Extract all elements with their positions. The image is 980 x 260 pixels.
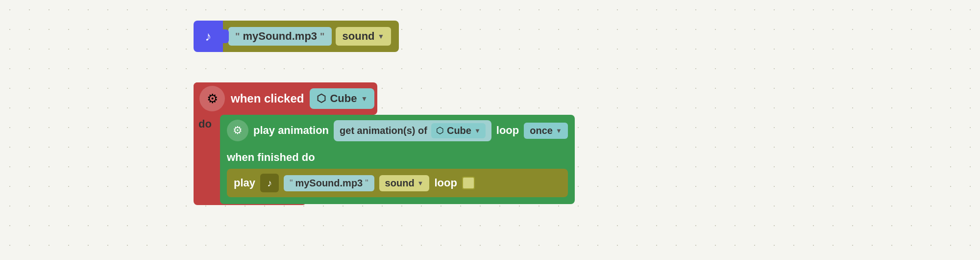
cube-label-anim: Cube: [447, 125, 471, 136]
when-clicked-label: when clicked: [231, 92, 304, 105]
cube-anim-arrow: ▼: [474, 127, 481, 134]
loop-checkbox[interactable]: [462, 177, 475, 189]
play-animation-row: ⚙ play animation get animation(s) of ⬡ C…: [220, 115, 575, 146]
play-anim-gear-icon: ⚙: [233, 124, 243, 137]
sound-dropdown-arrow-bottom: ▼: [417, 180, 424, 187]
play-label: play: [234, 177, 255, 189]
sound-dropdown-arrow: ▼: [378, 32, 385, 40]
green-do-block: ⚙ play animation get animation(s) of ⬡ C…: [220, 115, 575, 204]
loop-label: loop: [496, 124, 519, 137]
when-finished-row: when finished do play ♪ " mySound.mp3 " …: [220, 146, 575, 204]
when-finished-label: when finished do: [227, 151, 568, 164]
music-note-icon-top: ♪: [205, 29, 212, 44]
quote-open-bottom: ": [290, 178, 293, 188]
top-sound-block: " mySound.mp3 " sound ▼: [220, 21, 399, 52]
once-label: once: [530, 125, 553, 136]
sound-filename-block[interactable]: " mySound.mp3 ": [228, 27, 332, 46]
once-arrow: ▼: [556, 127, 562, 134]
cube-label-top: Cube: [330, 92, 357, 105]
sound-label-bottom: sound: [385, 178, 415, 189]
loop-label-bottom: loop: [434, 177, 457, 189]
when-clicked-block[interactable]: ⚙ when clicked ⬡ Cube ▼: [194, 82, 377, 115]
cube-dropdown-arrow-top: ▼: [361, 95, 368, 103]
play-sound-block[interactable]: play ♪ " mySound.mp3 " sound ▼ loop: [227, 169, 568, 197]
blue-puzzle-piece: ♪: [194, 21, 223, 52]
sound-filename-block-bottom[interactable]: " mySound.mp3 ": [284, 175, 374, 191]
quote-close-bottom: ": [365, 178, 368, 188]
music-note-icon-bottom: ♪: [267, 178, 272, 189]
get-animation-block[interactable]: get animation(s) of ⬡ Cube ▼: [334, 120, 491, 141]
cube-selector-top[interactable]: ⬡ Cube ▼: [310, 88, 374, 109]
cube-icon-top: ⬡: [317, 92, 326, 105]
sound-dropdown[interactable]: sound ▼: [336, 27, 392, 46]
play-animation-label: play animation: [253, 124, 329, 137]
sound-filename-text: mySound.mp3: [243, 30, 317, 43]
play-anim-gear-circle: ⚙: [227, 120, 248, 141]
do-label: do: [198, 118, 212, 130]
once-dropdown[interactable]: once ▼: [524, 123, 568, 139]
quote-open: ": [235, 31, 240, 42]
sound-dropdown-bottom[interactable]: sound ▼: [379, 175, 430, 191]
get-animation-label: get animation(s) of: [340, 125, 427, 136]
quote-close: ": [320, 31, 324, 42]
music-note-piece: ♪: [260, 174, 279, 192]
sound-filename-bottom: mySound.mp3: [295, 178, 363, 189]
cube-icon-anim: ⬡: [436, 125, 444, 136]
gear-symbol: ⚙: [207, 91, 218, 106]
cube-selector-anim[interactable]: ⬡ Cube ▼: [431, 123, 486, 138]
event-gear-icon: ⚙: [199, 86, 225, 111]
sound-label-top: sound: [343, 30, 375, 43]
